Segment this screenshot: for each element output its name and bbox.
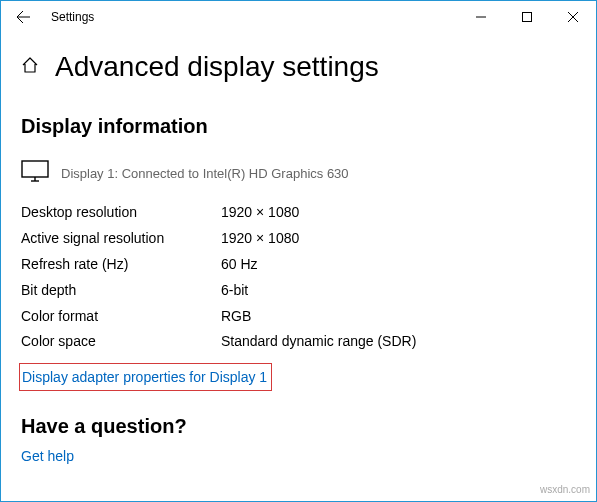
info-key: Active signal resolution (21, 226, 221, 252)
table-row: Color format RGB (21, 304, 576, 330)
info-key: Desktop resolution (21, 200, 221, 226)
table-row: Active signal resolution 1920 × 1080 (21, 226, 576, 252)
info-key: Refresh rate (Hz) (21, 252, 221, 278)
table-row: Bit depth 6-bit (21, 278, 576, 304)
svg-rect-0 (523, 13, 532, 22)
close-icon (568, 12, 578, 22)
page-header: Advanced display settings (1, 33, 596, 83)
table-row: Refresh rate (Hz) 60 Hz (21, 252, 576, 278)
info-val: Standard dynamic range (SDR) (221, 329, 576, 355)
maximize-button[interactable] (504, 1, 550, 33)
info-val: 6-bit (221, 278, 576, 304)
info-val: 1920 × 1080 (221, 226, 576, 252)
info-val: RGB (221, 304, 576, 330)
titlebar: Settings (1, 1, 596, 33)
maximize-icon (522, 12, 532, 22)
monitor-icon (21, 160, 49, 186)
info-val: 60 Hz (221, 252, 576, 278)
info-key: Color space (21, 329, 221, 355)
highlighted-link-box: Display adapter properties for Display 1 (19, 363, 272, 391)
close-button[interactable] (550, 1, 596, 33)
back-button[interactable] (9, 3, 37, 31)
page-title: Advanced display settings (55, 51, 379, 83)
table-row: Color space Standard dynamic range (SDR) (21, 329, 576, 355)
watermark: wsxdn.com (540, 484, 590, 495)
svg-rect-1 (22, 161, 48, 177)
minimize-icon (476, 12, 486, 22)
display-info-table: Desktop resolution 1920 × 1080 Active si… (21, 200, 576, 355)
monitor-connection-label: Display 1: Connected to Intel(R) HD Grap… (61, 166, 349, 181)
window-title: Settings (51, 10, 94, 24)
question-heading: Have a question? (21, 415, 576, 438)
adapter-properties-link[interactable]: Display adapter properties for Display 1 (22, 369, 267, 385)
home-icon[interactable] (21, 56, 39, 78)
table-row: Desktop resolution 1920 × 1080 (21, 200, 576, 226)
display-info-heading: Display information (21, 115, 576, 138)
info-key: Color format (21, 304, 221, 330)
content-area: Display information Display 1: Connected… (1, 115, 596, 465)
get-help-link[interactable]: Get help (21, 448, 74, 464)
window-controls (458, 1, 596, 33)
info-val: 1920 × 1080 (221, 200, 576, 226)
info-key: Bit depth (21, 278, 221, 304)
monitor-row: Display 1: Connected to Intel(R) HD Grap… (21, 160, 576, 186)
minimize-button[interactable] (458, 1, 504, 33)
back-arrow-icon (15, 9, 31, 25)
